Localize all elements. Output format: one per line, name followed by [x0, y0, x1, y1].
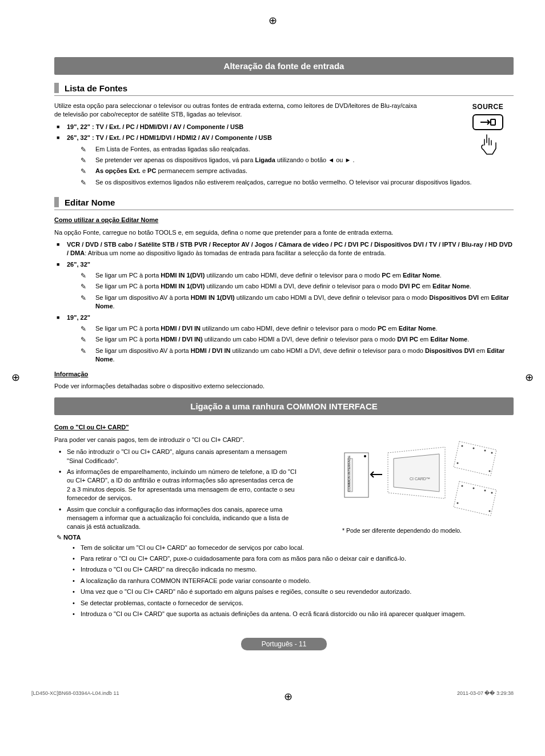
svg-point-4 — [462, 445, 463, 447]
banner-common-interface: Ligação a uma ranhura COMMON INTERFACE — [54, 397, 514, 415]
svg-point-7 — [491, 452, 493, 453]
svg-point-11 — [473, 487, 475, 489]
svg-point-5 — [473, 447, 475, 449]
nota-label: NOTA — [57, 534, 81, 541]
svg-point-14 — [457, 502, 459, 504]
svg-point-3 — [364, 455, 366, 457]
note-item: Se ligar um dispositivo AV à porta HDMI … — [81, 347, 514, 364]
section-title: Lista de Fontes — [65, 83, 127, 93]
svg-point-10 — [462, 485, 463, 486]
doc-footer: [LD450-XC]BN68-03394A-L04.indb 11 ⊕ 2011… — [0, 673, 545, 714]
note-item: Se pretender ver apenas os dispositivos … — [81, 156, 514, 164]
note-item: Se ligar um PC à porta HDMI IN 1(DVI) ut… — [81, 282, 514, 291]
section-editar-nome: Editar Nome — [54, 197, 514, 210]
footer-left: [LD450-XC]BN68-03394A-L04.indb 11 — [31, 690, 119, 703]
svg-point-6 — [484, 449, 486, 451]
note-item: Se ligar um PC à porta HDMI / DVI IN) ut… — [81, 335, 514, 344]
subhead-como-utilizar: Como utilizar a opção Editar Nome — [54, 216, 514, 224]
svg-point-12 — [484, 489, 486, 491]
card-label: CI CARD™ — [410, 477, 430, 481]
page-body: Alteração da fonte de entrada SOURCE Lis… — [0, 0, 545, 673]
section-title: Editar Nome — [65, 198, 115, 207]
page-number-badge: Português - 11 — [241, 638, 327, 650]
note-item: Se ligar um PC à porta HDMI / DVI IN uti… — [81, 324, 514, 333]
list-item: Se detectar problemas, contacte o fornec… — [73, 599, 514, 608]
editar-intro: Na opção Fonte, carregue no botão TOOLS … — [54, 228, 514, 237]
note-item: Se ligar um dispositivo AV à porta HDMI … — [81, 293, 514, 311]
list-item: Tem de solicitar um "CI ou CI+ CARD" ao … — [73, 544, 514, 552]
list-item: Se não introduzir o "CI ou CI+ CARD", al… — [58, 448, 298, 465]
model-notes: Em Lista de Fontes, as entradas ligadas … — [81, 145, 514, 187]
crop-mark-bottom: ⊕ — [284, 690, 292, 703]
nota-bullets: Tem de solicitar um "CI ou CI+ CARD" ao … — [73, 544, 514, 619]
note-item: As opções Ext. e PC permanecem sempre ac… — [81, 167, 514, 175]
footer-right: 2011-03-07 �� 3:29:38 — [457, 690, 514, 703]
model-1922: 19", 22" : TV / Ext. / PC / HDMI/DVI / A… — [54, 123, 514, 131]
slot-label: COMMON INTERFACE — [347, 455, 351, 491]
group-2632: 26", 32" Se ligar um PC à porta HDMI IN … — [54, 260, 514, 311]
svg-point-9 — [489, 470, 491, 472]
note-item: Se os dispositivos externos ligados não … — [81, 178, 514, 187]
note-item: Em Lista de Fontes, as entradas ligadas … — [81, 145, 514, 154]
note-item: Se ligar um PC à porta HDMI IN 1(DVI) ut… — [81, 271, 514, 280]
section-bar-icon — [54, 197, 59, 207]
list-item: Uma vez que o "CI ou CI+ CARD" não é sup… — [73, 588, 514, 596]
notes-2632: Se ligar um PC à porta HDMI IN 1(DVI) ut… — [81, 271, 514, 311]
list-item: As informações de emparelhamento, inclui… — [58, 468, 298, 503]
nota-block: NOTA Tem de solicitar um "CI ou CI+ CARD… — [54, 534, 514, 619]
list-item: Introduza o "CI ou CI+ CARD" na direcção… — [73, 565, 514, 574]
notes-1922: Se ligar um PC à porta HDMI / DVI IN uti… — [81, 324, 514, 364]
lista-intro: Utilize esta opção para seleccionar o te… — [54, 102, 420, 119]
device-types-item: VCR / DVD / STB cabo / Satélite STB / ST… — [54, 240, 514, 258]
list-item: A localização da ranhura COMMON INTERFAC… — [73, 577, 514, 585]
model-2632: 26", 32" : TV / Ext. / PC / HDMI1/DVI / … — [54, 134, 514, 187]
svg-point-15 — [489, 510, 491, 512]
figure-caption: * Pode ser diferente dependendo do model… — [342, 527, 514, 534]
device-types-rest: : Atribua um nome ao dispositivo ligado … — [85, 250, 386, 256]
section-bar-icon — [54, 83, 59, 93]
ci-card-figure: COMMON INTERFACE CI CARD™ — [342, 436, 514, 534]
svg-point-13 — [491, 492, 493, 493]
subhead-informacao: Informação — [54, 370, 514, 379]
source-label: SOURCE — [462, 103, 514, 111]
model-list: 19", 22" : TV / Ext. / PC / HDMI/DVI / A… — [54, 123, 514, 187]
banner-input-source: Alteração da fonte de entrada — [54, 57, 514, 75]
informacao-text: Pode ver informações detalhadas sobre o … — [54, 382, 514, 391]
list-item: Para retirar o "CI ou CI+ CARD", puxe-o … — [73, 554, 514, 563]
list-item: Introduza o "CI ou CI+ CARD" que suporta… — [73, 610, 514, 618]
editar-list: VCR / DVD / STB cabo / Satélite STB / ST… — [54, 240, 514, 364]
ci-bullets: Se não introduzir o "CI ou CI+ CARD", al… — [58, 448, 298, 532]
group-1922: 19", 22" Se ligar um PC à porta HDMI / D… — [54, 313, 514, 364]
list-item: Assim que concluir a configuração das in… — [58, 505, 298, 532]
section-lista-de-fontes: Lista de Fontes — [54, 83, 514, 96]
subhead-ci-card: Com o "CI ou CI+ CARD" — [54, 423, 514, 432]
svg-point-8 — [457, 462, 459, 464]
